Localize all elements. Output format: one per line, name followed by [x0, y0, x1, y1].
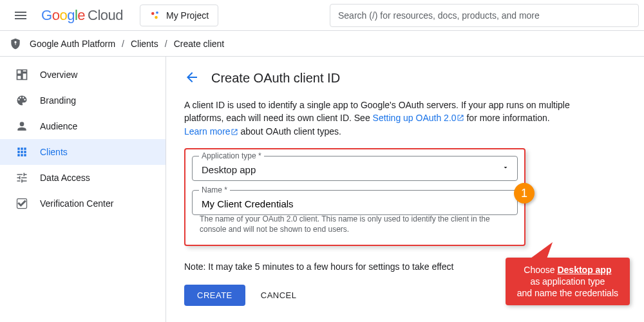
application-type-label: Application type *: [199, 151, 264, 160]
product-name: Cloud: [88, 7, 123, 24]
sidebar-item-label: Branding: [40, 95, 76, 106]
sidebar-item-verification[interactable]: Verification Center: [0, 191, 166, 216]
back-button[interactable]: [184, 70, 200, 87]
scatter-icon: [149, 10, 161, 21]
name-label: Name *: [199, 185, 230, 194]
breadcrumb-platform[interactable]: Google Auth Platform: [27, 39, 118, 49]
tune-icon: [15, 171, 28, 184]
shield-key-icon: [8, 36, 23, 52]
sidebar-item-audience[interactable]: Audience: [0, 113, 166, 139]
header: Google Cloud My Project Search (/) for r…: [0, 0, 644, 31]
external-link-icon: [457, 112, 464, 125]
project-button-label: My Project: [166, 10, 209, 21]
breadcrumb: Google Auth Platform / Clients / Create …: [0, 31, 644, 57]
cancel-button[interactable]: CANCEL: [261, 290, 297, 300]
sidebar-item-overview[interactable]: Overview: [0, 62, 166, 88]
description: A client ID is used to identify a single…: [184, 99, 571, 139]
svg-point-0: [151, 12, 155, 15]
link-setup-oauth[interactable]: Setting up OAuth 2.0: [373, 113, 457, 123]
person-icon: [15, 120, 28, 133]
sidebar-item-label: Data Access: [40, 173, 90, 183]
project-selector[interactable]: My Project: [140, 5, 218, 26]
search-input[interactable]: Search (/) for resources, docs, products…: [330, 4, 639, 27]
search-placeholder: Search (/) for resources, docs, products…: [338, 10, 540, 21]
sidebar-item-label: Overview: [40, 70, 77, 80]
page-title: Create OAuth client ID: [211, 71, 340, 86]
apps-icon: [15, 146, 28, 158]
breadcrumb-clients[interactable]: Clients: [128, 39, 161, 49]
sidebar-item-label: Verification Center: [40, 198, 113, 209]
sidebar-item-label: Clients: [40, 147, 68, 157]
svg-point-1: [156, 11, 158, 14]
breadcrumb-sep: /: [122, 39, 124, 49]
link-learn-more[interactable]: Learn more: [184, 126, 231, 137]
check-box-icon: [15, 197, 28, 210]
application-type-dropdown[interactable]: Application type * Desktop app: [192, 156, 518, 181]
sidebar-item-data-access[interactable]: Data Access: [0, 165, 166, 191]
sidebar-item-clients[interactable]: Clients: [0, 139, 166, 165]
menu-icon[interactable]: [5, 0, 36, 31]
name-help-text: The name of your OAuth 2.0 client. This …: [200, 214, 518, 234]
svg-point-2: [155, 15, 158, 19]
callout-annotation: Choose Desktop app as application type a…: [506, 258, 630, 305]
logo[interactable]: Google Cloud: [36, 7, 128, 24]
application-type-value: Desktop app: [202, 164, 256, 175]
breadcrumb-create[interactable]: Create client: [171, 39, 227, 49]
breadcrumb-sep: /: [165, 39, 167, 49]
dashboard-icon: [15, 68, 28, 81]
name-input[interactable]: [202, 198, 508, 209]
sidebar-item-label: Audience: [40, 121, 77, 131]
sidebar: Overview Branding Audience Clients Data …: [0, 57, 166, 322]
name-input-field[interactable]: Name *: [192, 190, 518, 215]
sidebar-item-branding[interactable]: Branding: [0, 88, 166, 113]
palette-icon: [15, 94, 28, 107]
annotation-step-1-badge: 1: [514, 183, 535, 204]
external-link-icon: [231, 126, 238, 139]
create-button[interactable]: CREATE: [184, 285, 245, 306]
form-highlight-box: Application type * Desktop app Name * Th…: [184, 148, 526, 246]
chevron-down-icon: [502, 163, 509, 173]
